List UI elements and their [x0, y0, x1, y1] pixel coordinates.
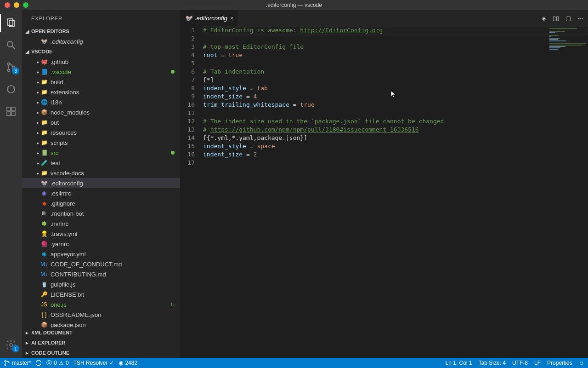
- gear-icon[interactable]: 1: [0, 336, 22, 354]
- diff-icon[interactable]: ◈: [542, 15, 546, 22]
- folder-github-icon: 🐙: [40, 58, 48, 65]
- chevron-right-icon: ▸: [24, 350, 30, 356]
- tab-actions: ◈ ▯▯ ▢ ⋯: [542, 10, 588, 26]
- lncol-item[interactable]: Ln 1, Col 1: [446, 360, 472, 366]
- tree-row[interactable]: 🔑LICENSE.txt: [22, 289, 180, 299]
- license-icon: 🔑: [40, 291, 48, 298]
- lang-item[interactable]: Properties: [547, 360, 572, 366]
- problems-item[interactable]: ⓧ0 ⚠0: [46, 359, 68, 367]
- section-label: XML DOCUMENT: [31, 330, 73, 335]
- minimap[interactable]: [547, 26, 588, 91]
- views-item[interactable]: ◉ 2482: [119, 360, 137, 366]
- tree-label: out: [51, 119, 175, 126]
- explorer-icon[interactable]: [0, 14, 22, 32]
- tree-label: CODE_OF_CONDUCT.md: [51, 261, 175, 268]
- file-icon: 🗎: [40, 210, 48, 217]
- tree-row[interactable]: ▸📁resources: [22, 127, 180, 138]
- tree-row[interactable]: M↓CONTRIBUTING.md: [22, 269, 180, 279]
- chevron-icon: ▸: [35, 140, 40, 145]
- tree-row[interactable]: 🧶.yarnrc: [22, 239, 180, 249]
- tree-row[interactable]: ▸📦node_modules: [22, 107, 180, 117]
- tree-row[interactable]: ▸🌐i18n: [22, 97, 180, 107]
- tab-editorconfig[interactable]: 🐭 .editorconfig ×: [180, 10, 238, 26]
- tree-row[interactable]: ▸📁extensions: [22, 87, 180, 97]
- json-icon: { }: [40, 311, 48, 318]
- tree-row[interactable]: ▸🧪test: [22, 158, 180, 168]
- tree-row[interactable]: M↓CODE_OF_CONDUCT.md: [22, 259, 180, 269]
- window-close-button[interactable]: [5, 2, 10, 8]
- tab-bar: 🐭 .editorconfig × ◈ ▯▯ ▢ ⋯: [180, 10, 588, 26]
- tree-label: scripts: [51, 139, 175, 146]
- tree-row[interactable]: ▸🐙.github: [22, 57, 180, 67]
- eye-icon: ◉: [119, 360, 123, 366]
- eslint-icon: ◉: [40, 190, 48, 197]
- close-icon[interactable]: ×: [230, 15, 234, 22]
- eol-item[interactable]: LF: [534, 360, 541, 366]
- folder-node-icon: 📦: [40, 109, 48, 116]
- window-max-button[interactable]: [23, 2, 28, 8]
- tree-row[interactable]: ◆.gitignore: [22, 198, 180, 208]
- folder-icon: 📁: [40, 88, 48, 96]
- tree-label: src: [51, 150, 171, 156]
- tree-label: .github: [51, 58, 175, 65]
- section-outline[interactable]: ▸ CODE OUTLINE: [22, 348, 180, 358]
- svg-line-3: [12, 46, 15, 49]
- tree-row[interactable]: ▸📗src: [22, 148, 180, 158]
- chevron-icon: ▸: [35, 69, 40, 75]
- tree-row[interactable]: ◉appveyor.yml: [22, 249, 180, 259]
- tree-row[interactable]: ◉.eslintrc: [22, 188, 180, 198]
- split-icon[interactable]: ▯▯: [553, 15, 559, 22]
- tree-row[interactable]: 📦package.json: [22, 320, 180, 328]
- svg-rect-15: [11, 112, 15, 115]
- layout-icon[interactable]: ▢: [565, 15, 571, 22]
- section-ai[interactable]: ▸ AI EXPLORER: [22, 338, 180, 348]
- tsh-item[interactable]: TSH Resolver ✓: [74, 360, 114, 366]
- tree-row[interactable]: 👷.travis.yml: [22, 229, 180, 239]
- extensions-icon[interactable]: [0, 102, 22, 121]
- folder-icon: 📁: [40, 169, 48, 177]
- more-icon[interactable]: ⋯: [577, 15, 583, 22]
- code[interactable]: # EditorConfig is awesome: http://Editor…: [203, 26, 588, 358]
- tree-row[interactable]: { }OSSREADME.json: [22, 310, 180, 320]
- warning-icon: ⚠: [59, 360, 64, 366]
- tree-row[interactable]: 🥤gulpfile.js: [22, 279, 180, 289]
- chevron-down-icon: ◢: [24, 49, 30, 55]
- tree-row[interactable]: ▸📘.vscode: [22, 67, 180, 77]
- tree-row[interactable]: ▸📁out: [22, 117, 180, 127]
- open-editor-item[interactable]: 🐭.editorconfig: [22, 36, 180, 46]
- tree-row[interactable]: 🗎.mention-bot: [22, 208, 180, 218]
- encoding-item[interactable]: UTF-8: [512, 360, 528, 366]
- folder-icon: 📁: [40, 119, 48, 126]
- feedback-icon[interactable]: ☺: [579, 360, 584, 366]
- tree-label: package.json: [51, 322, 175, 328]
- search-icon[interactable]: [0, 36, 22, 54]
- tree-row[interactable]: ⬢.nvmrc: [22, 218, 180, 229]
- sync-icon[interactable]: [35, 360, 42, 366]
- tree-label: .vscode: [51, 69, 171, 75]
- sidebar-title: EXPLORER: [22, 10, 180, 26]
- window-min-button[interactable]: [14, 2, 19, 8]
- tree-row[interactable]: ▸📁vscode-docs: [22, 168, 180, 178]
- branch-item[interactable]: master*: [4, 360, 31, 366]
- chevron-icon: ▸: [35, 161, 40, 166]
- tree-row[interactable]: JSone.jsU: [22, 299, 180, 310]
- chevron-icon: ▸: [35, 120, 40, 125]
- debug-icon[interactable]: [0, 80, 22, 98]
- section-project[interactable]: ◢ VSCODE: [22, 46, 180, 57]
- tree-row[interactable]: ▸📁build: [22, 77, 180, 87]
- tree-row[interactable]: ▸📁scripts: [22, 138, 180, 148]
- section-open-editors[interactable]: ◢ OPEN EDITORS: [22, 26, 180, 36]
- tree-row[interactable]: 🐭.editorconfig: [22, 178, 180, 188]
- svg-rect-0: [8, 19, 13, 25]
- section-xml[interactable]: ▸ XML DOCUMENT: [22, 328, 180, 338]
- editor-body[interactable]: 1234567891011121314151617 # EditorConfig…: [180, 26, 588, 358]
- chevron-right-icon: ▸: [24, 340, 30, 346]
- tree-label: .editorconfig: [51, 180, 175, 187]
- chevron-icon: ▸: [35, 100, 40, 105]
- statusbar: master* ⓧ0 ⚠0 TSH Resolver ✓ ◉ 2482 Ln 1…: [0, 358, 588, 368]
- chevron-icon: ▸: [35, 80, 40, 85]
- folder-vscode-icon: 📘: [40, 68, 48, 75]
- tabsize-item[interactable]: Tab Size: 4: [479, 360, 506, 366]
- svg-rect-1: [9, 20, 14, 27]
- scm-icon[interactable]: 3: [0, 58, 22, 76]
